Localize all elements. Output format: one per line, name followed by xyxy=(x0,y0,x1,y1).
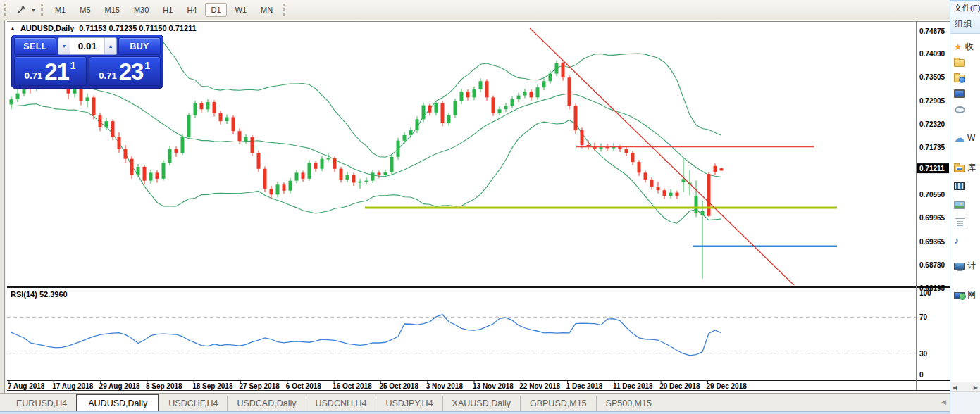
explorer-item-folder[interactable] xyxy=(950,55,980,70)
explorer-item-picture[interactable] xyxy=(950,197,980,212)
rsi-pane xyxy=(7,315,916,356)
svg-text:0: 0 xyxy=(919,371,924,379)
explorer-item-cloud-w[interactable]: ☁W xyxy=(950,130,980,145)
explorer-item-document[interactable] xyxy=(950,215,980,230)
chart-left-border xyxy=(0,20,7,414)
tab-gbpusd-m15[interactable]: GBPUSD,M15 xyxy=(520,396,596,411)
explorer-item-folder-download[interactable] xyxy=(950,70,980,85)
svg-text:100: 100 xyxy=(919,289,931,297)
collapse-one-click-icon[interactable]: ▲ xyxy=(10,25,15,32)
sell-button[interactable]: SELL xyxy=(14,37,56,55)
tab-xauusd-daily[interactable]: XAUUSD,Daily xyxy=(442,396,520,411)
buy-price-display[interactable]: 0.71 23 1 xyxy=(89,56,161,86)
svg-text:0.71211: 0.71211 xyxy=(919,165,945,172)
explorer-item-label: 计 xyxy=(967,260,976,272)
explorer-item-favorites-star[interactable]: ★收 xyxy=(950,39,980,54)
tab-sp500-m15[interactable]: SP500,M15 xyxy=(596,396,661,411)
timeframe-button-m5[interactable]: M5 xyxy=(74,3,96,17)
explorer-nav-pane: ★收☁W库♪计网 xyxy=(950,34,980,302)
explorer-item-desktop[interactable] xyxy=(950,86,980,101)
tab-usdcad-daily[interactable]: USDCAD,Daily xyxy=(227,396,305,411)
sell-price-pip: 1 xyxy=(70,60,76,71)
price-axis[interactable]: 0.746750.740900.735050.729050.723200.717… xyxy=(917,27,949,380)
network-icon xyxy=(954,292,965,299)
chart-overlay-lines[interactable] xyxy=(365,28,837,287)
timeframe-button-w1[interactable]: W1 xyxy=(230,3,253,17)
buy-price-pip: 1 xyxy=(144,60,150,71)
svg-text:11 Dec 2018: 11 Dec 2018 xyxy=(613,382,653,390)
cursor-tool-button[interactable] xyxy=(11,2,31,18)
sell-price-display[interactable]: 0.71 21 1 xyxy=(14,56,87,86)
sell-price-big: 21 xyxy=(44,60,69,83)
svg-text:6 Oct 2018: 6 Oct 2018 xyxy=(286,382,321,390)
explorer-item-video[interactable] xyxy=(950,178,980,193)
timeframe-button-h4[interactable]: H4 xyxy=(181,3,202,17)
tab-scroll-left-icon[interactable]: ◀ xyxy=(941,399,946,406)
buy-price-prefix: 0.71 xyxy=(99,70,116,81)
explorer-file-menu[interactable]: 文件(F) xyxy=(950,1,980,15)
date-axis[interactable]: 7 Aug 201817 Aug 201829 Aug 20188 Sep 20… xyxy=(8,381,747,390)
explorer-item-computer[interactable]: 计 xyxy=(950,258,980,273)
toolbar-grip[interactable] xyxy=(283,4,287,16)
svg-text:16 Oct 2018: 16 Oct 2018 xyxy=(333,382,372,390)
svg-text:0.69365: 0.69365 xyxy=(919,238,945,246)
explorer-item-recent-places[interactable] xyxy=(950,101,980,116)
svg-text:25 Oct 2018: 25 Oct 2018 xyxy=(379,382,418,390)
explorer-item-label: 收 xyxy=(965,41,974,53)
chart-ohlc-values: 0.71153 0.71235 0.71150 0.71211 xyxy=(79,24,196,32)
toolbar-grip[interactable] xyxy=(4,4,8,16)
explorer-h-scrollbar[interactable]: ◀ ▶ xyxy=(950,382,980,392)
svg-text:3 Nov 2018: 3 Nov 2018 xyxy=(426,382,464,390)
folder-download-icon xyxy=(954,75,965,82)
explorer-item-label: W xyxy=(967,133,975,143)
tab-usdchf-h4[interactable]: USDCHF,H4 xyxy=(159,396,227,411)
volume-input[interactable]: 0.01 xyxy=(70,38,104,54)
timeframe-button-mn[interactable]: MN xyxy=(255,3,278,17)
explorer-item-music[interactable]: ♪ xyxy=(950,232,980,247)
status-strip xyxy=(0,411,950,414)
volume-increase-icon[interactable]: ▲ xyxy=(104,38,116,54)
tab-usdjpy-h4[interactable]: USDJPY,H4 xyxy=(376,396,442,411)
tab-usdcnh-h4[interactable]: USDCNH,H4 xyxy=(306,396,376,411)
svg-text:17 Aug 2018: 17 Aug 2018 xyxy=(52,382,93,390)
tab-audusd-daily[interactable]: AUDUSD,Daily xyxy=(76,394,159,411)
buy-price-big: 23 xyxy=(119,60,144,83)
rsi-indicator-label: RSI(14) 52.3960 xyxy=(11,290,68,299)
timeframe-button-m1[interactable]: M1 xyxy=(49,3,71,17)
video-icon xyxy=(954,182,965,190)
timeframe-buttons: M1M5M15M30H1H4D1W1MN xyxy=(48,3,280,17)
scroll-right-icon[interactable]: ▶ xyxy=(974,384,978,391)
svg-text:18 Sep 2018: 18 Sep 2018 xyxy=(192,382,233,390)
cloud-w-icon: ☁ xyxy=(954,132,965,143)
explorer-item-label: 库 xyxy=(967,162,976,174)
tab-eurusd-h4[interactable]: EURUSD,H4 xyxy=(7,396,76,411)
scroll-left-icon[interactable]: ◀ xyxy=(953,384,957,391)
document-icon xyxy=(955,218,965,227)
explorer-organize-button[interactable]: 组织 xyxy=(950,15,980,34)
favorites-star-icon: ★ xyxy=(954,42,962,51)
timeframe-button-h1[interactable]: H1 xyxy=(157,3,178,17)
computer-icon xyxy=(954,263,965,270)
buy-button[interactable]: BUY xyxy=(118,37,161,55)
svg-text:0.68780: 0.68780 xyxy=(919,261,945,269)
recent-places-icon xyxy=(955,106,965,113)
svg-text:0.70550: 0.70550 xyxy=(919,191,945,199)
music-icon: ♪ xyxy=(954,235,959,245)
library-folder-icon xyxy=(954,165,965,172)
cursor-tool-dropdown-icon[interactable]: ▼ xyxy=(31,8,36,13)
explorer-status-area xyxy=(950,391,980,414)
folder-icon xyxy=(954,59,965,67)
svg-text:0.74675: 0.74675 xyxy=(919,27,945,35)
timeframe-button-m30[interactable]: M30 xyxy=(128,3,154,17)
explorer-item-network[interactable]: 网 xyxy=(950,287,980,302)
svg-text:13 Nov 2018: 13 Nov 2018 xyxy=(473,382,514,390)
svg-text:0.71735: 0.71735 xyxy=(919,144,945,151)
toolbar-grip[interactable] xyxy=(41,4,45,16)
top-toolbar: ▼ M1M5M15M30H1H4D1W1MN xyxy=(0,0,950,20)
volume-decrease-icon[interactable]: ▼ xyxy=(58,38,70,54)
timeframe-button-m15[interactable]: M15 xyxy=(99,3,125,17)
svg-text:70: 70 xyxy=(919,313,928,321)
picture-icon xyxy=(954,201,965,209)
timeframe-button-d1[interactable]: D1 xyxy=(205,3,226,17)
explorer-item-library-folder[interactable]: 库 xyxy=(950,161,980,175)
